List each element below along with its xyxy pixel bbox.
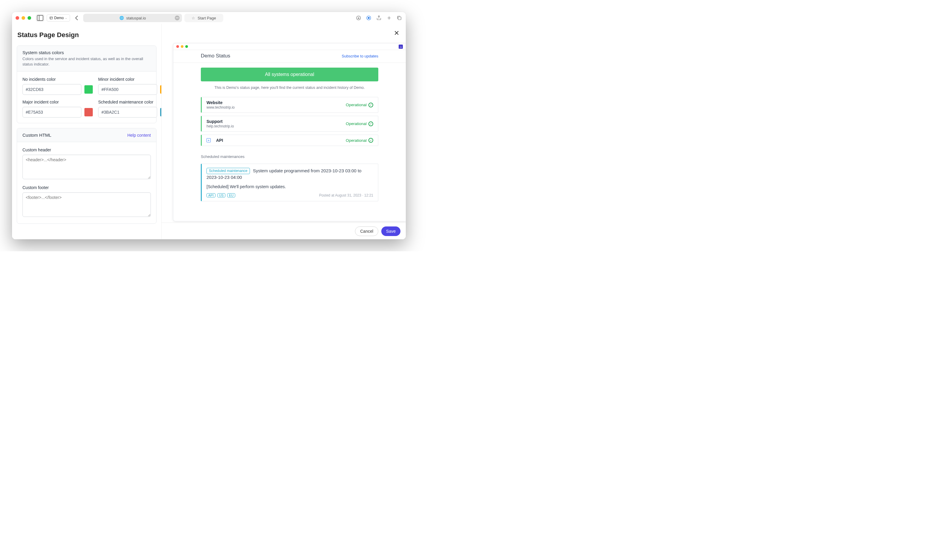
help-content-link[interactable]: Help content [127, 133, 151, 138]
browser-toolbar: Demo ⌄ 🌐 statuspal.io ••• ☆ Start Page [12, 12, 406, 24]
maintenance-posted: Posted at August 31, 2023 · 12:21 [319, 193, 373, 197]
minimize-window-icon[interactable] [21, 16, 25, 20]
maximize-window-icon[interactable] [28, 16, 31, 20]
no-incidents-label: No incidents color [23, 77, 93, 82]
service-name: API [216, 138, 223, 143]
service-status-label: Operational [346, 121, 366, 126]
downloads-icon[interactable] [356, 15, 362, 21]
close-icon[interactable]: ✕ [394, 29, 399, 37]
service-row: +APIOperational✓ [201, 135, 378, 146]
svg-rect-0 [37, 15, 43, 20]
star-icon: ☆ [192, 16, 195, 20]
preview-maximize-icon [185, 45, 188, 48]
status-colors-title: System status colors [23, 50, 151, 55]
preview-window: △ Demo Status Subscribe to updates All s… [173, 43, 406, 221]
browser-window: Demo ⌄ 🌐 statuspal.io ••• ☆ Start Page S… [12, 12, 406, 239]
status-description: This is Demo's status page, here you'll … [201, 86, 378, 90]
check-circle-icon: ✓ [368, 103, 373, 107]
no-incidents-color-input[interactable] [23, 84, 81, 95]
maintenance-body: [Scheduled] We'll perform system updates… [207, 184, 373, 189]
major-incident-color-field: Major incident color [23, 99, 93, 118]
check-circle-icon: ✓ [368, 138, 373, 143]
custom-footer-textarea[interactable] [23, 192, 151, 217]
service-status-label: Operational [346, 138, 366, 143]
globe-icon: 🌐 [120, 16, 124, 20]
status-colors-desc: Colors used in the service and incident … [23, 56, 151, 67]
page-title: Status Page Design [17, 31, 156, 39]
new-tab-button[interactable] [386, 15, 392, 21]
service-url: help.technotrip.io [207, 124, 234, 129]
service-name: Support [207, 119, 234, 124]
preview-close-icon [176, 45, 179, 48]
password-manager-icon[interactable] [366, 15, 372, 21]
expand-icon[interactable]: + [207, 138, 211, 142]
custom-html-title: Custom HTML [23, 133, 52, 138]
no-incidents-color-field: No incidents color [23, 77, 93, 95]
major-incident-swatch[interactable] [84, 108, 93, 116]
custom-header-textarea[interactable] [23, 155, 151, 179]
chevron-down-icon: ⌄ [65, 17, 67, 20]
preview-content: All systems operational This is Demo's s… [173, 63, 406, 221]
start-tab-label: Start Page [198, 16, 216, 20]
tab-menu-icon[interactable]: ••• [175, 15, 179, 20]
tabs-overview-icon[interactable] [396, 15, 402, 21]
service-status: Operational✓ [346, 138, 373, 143]
profile-selector[interactable]: Demo ⌄ [47, 14, 70, 21]
cancel-button[interactable]: Cancel [355, 226, 378, 236]
status-colors-card: System status colors Colors used in the … [17, 46, 156, 123]
settings-panel: Status Page Design System status colors … [12, 24, 162, 239]
service-url: www.technotrip.io [207, 105, 235, 110]
status-banner: All systems operational [201, 67, 378, 81]
service-status-label: Operational [346, 103, 366, 107]
scheduled-label: Scheduled maintenance color [98, 99, 162, 104]
scheduled-color-field: Scheduled maintenance color [98, 99, 162, 118]
service-name: Website [207, 100, 235, 105]
no-incidents-swatch[interactable] [84, 85, 93, 93]
maintenance-tag: US [217, 193, 225, 197]
preview-panel: ✕ △ Demo Status Subscribe to updates All… [162, 24, 406, 239]
save-button[interactable]: Save [381, 226, 400, 236]
maintenance-badge: Scheduled maintenance [207, 168, 250, 174]
preview-title: Demo Status [201, 53, 230, 59]
minor-incident-label: Minor incident color [98, 77, 162, 82]
svg-point-8 [368, 17, 369, 19]
footer-bar: Cancel Save [162, 223, 406, 239]
maintenance-tag: API [207, 193, 216, 197]
preview-titlebar: △ [173, 43, 406, 50]
maintenance-tag: EU [227, 193, 235, 197]
subscribe-link[interactable]: Subscribe to updates [342, 54, 378, 58]
svg-rect-2 [50, 17, 53, 19]
preview-header: Demo Status Subscribe to updates [173, 50, 406, 63]
custom-header-label: Custom header [23, 147, 151, 152]
close-window-icon[interactable] [15, 16, 19, 20]
window-traffic-lights [15, 16, 31, 20]
service-status: Operational✓ [346, 121, 373, 126]
scheduled-heading: Scheduled maintenances [201, 155, 378, 159]
scheduled-color-input[interactable] [98, 107, 157, 118]
share-icon[interactable] [376, 15, 382, 21]
preview-app-badge-icon: △ [399, 44, 403, 49]
maintenance-card: Scheduled maintenance System update prog… [201, 164, 378, 201]
minor-incident-color-input[interactable] [98, 84, 157, 95]
major-incident-label: Major incident color [23, 99, 93, 104]
maintenance-tags: APIUSEU [207, 193, 235, 197]
profile-label: Demo [54, 16, 64, 20]
service-row: Websitewww.technotrip.ioOperational✓ [201, 97, 378, 113]
active-tab[interactable]: 🌐 statuspal.io ••• [83, 14, 182, 22]
check-circle-icon: ✓ [368, 121, 373, 126]
tab-url: statuspal.io [126, 16, 146, 20]
preview-minimize-icon [181, 45, 184, 48]
service-status: Operational✓ [346, 103, 373, 107]
svg-rect-12 [398, 17, 401, 20]
service-row: Supporthelp.technotrip.ioOperational✓ [201, 116, 378, 132]
minor-incident-color-field: Minor incident color [98, 77, 162, 95]
major-incident-color-input[interactable] [23, 107, 81, 118]
custom-footer-label: Custom footer [23, 185, 151, 190]
back-button[interactable] [72, 14, 81, 21]
sidebar-toggle-button[interactable] [36, 14, 44, 21]
start-page-tab[interactable]: ☆ Start Page [184, 14, 223, 22]
custom-html-card: Custom HTML Help content Custom header C… [17, 128, 156, 224]
